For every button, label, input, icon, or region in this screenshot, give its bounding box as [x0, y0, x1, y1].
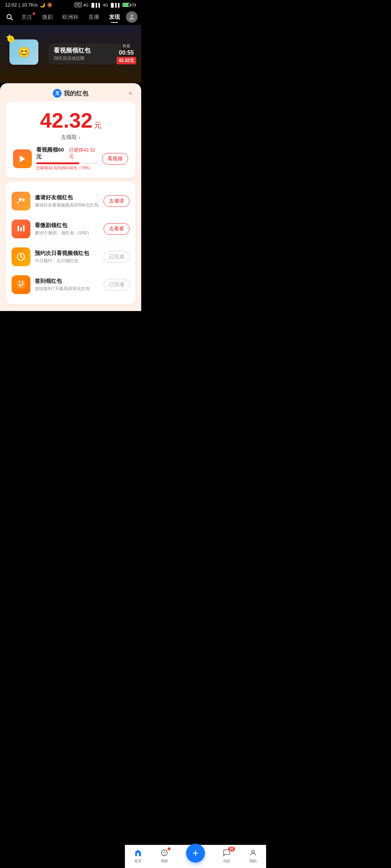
micro-drama-task-info: 看微剧领红包 看50个微剧，领红包（0/50） [35, 222, 99, 236]
mascot-face: 😊 [18, 46, 30, 58]
signal-icon-1: ▐▌▌▌ [90, 3, 101, 7]
banner-subtitle: 28天后活动过期 [54, 55, 116, 61]
invite-task-subtitle: 邀请好友看视频最高得588元红包 [35, 202, 99, 208]
close-button[interactable]: × [125, 88, 135, 98]
tab-euro-cup[interactable]: 欧洲杯 [61, 12, 80, 22]
banner: ⭐ 😊 ¥ 看视频领红包 28天后活动过期 再看 00:55 42.32元 [0, 25, 141, 83]
alipay-icon: 支 [53, 89, 62, 98]
tab-discover[interactable]: 发现 [108, 12, 121, 22]
video-task-earned: 已获得42.32元 [69, 147, 98, 160]
banner-title: 看视频领红包 [54, 46, 116, 55]
banner-amount-badge: 42.32元 [117, 57, 136, 64]
micro-drama-task-title: 看微剧领红包 [35, 222, 99, 229]
reserve-task-subtitle: 今日预约，次日领红包 [35, 258, 99, 264]
reserve-done-button: 已完成 [104, 251, 130, 263]
network-4g-1: 4G [83, 3, 89, 7]
svg-point-2 [130, 14, 133, 17]
reserve-task-info: 预约次日看视频领红包 今日预约，次日领红包 [35, 250, 99, 264]
amount-number: 42.32 [40, 110, 92, 131]
watch-drama-button[interactable]: 去看看 [104, 223, 130, 235]
main-amount-card: 42.32 元 去领取 › 看视频领60元 已获得42. [6, 101, 135, 178]
time: 12:02 [5, 2, 17, 8]
modal-title-area: 支 我的红包 [53, 89, 88, 98]
modal-header: 支 我的红包 × [0, 83, 141, 101]
banner-timer: 00:55 [119, 50, 134, 56]
tab-follow[interactable]: 关注 [20, 12, 34, 22]
checkin-done-button: 已完成 [104, 279, 130, 290]
video-progress-text: 已获得42.32元/60.00元（70%） [36, 165, 98, 171]
invite-task-row: 邀请好友领红包 邀请好友看视频最高得588元红包 去邀请 [12, 187, 130, 215]
watch-video-button[interactable]: 看视频 [102, 153, 128, 165]
nav-tabs: 关注 微剧 欧洲杯 直播 发现 [15, 12, 126, 22]
modal-overlay: 支 我的红包 × 42.32 元 去领取 › [0, 83, 141, 311]
video-progress-bar-wrap [36, 162, 98, 164]
network-speed-value: 10.7K/s [22, 2, 38, 8]
invite-task-title: 邀请好友领红包 [35, 194, 99, 201]
micro-drama-task-icon [12, 220, 30, 238]
status-left: 12:02 | 10.7K/s 🌙 🔕 [5, 2, 52, 8]
checkin-task-title: 签到领红包 [35, 278, 99, 285]
video-task-icon [13, 149, 32, 168]
navigation-bar: 关注 微剧 欧洲杯 直播 发现 [0, 9, 141, 25]
main-task-row: 看视频领60元 已获得42.32元 已获得42.32元/60.00元（70%） … [13, 146, 128, 171]
moon-icon: 🌙 [39, 2, 45, 8]
battery-percent: 79 [132, 3, 136, 7]
modal-title: 我的红包 [64, 89, 88, 98]
invite-task-icon [12, 192, 30, 210]
micro-drama-task-subtitle: 看50个微剧，领红包（0/50） [35, 230, 99, 236]
svg-rect-9 [23, 225, 24, 231]
svg-marker-3 [20, 155, 25, 162]
claim-link[interactable]: 去领取 › [13, 134, 128, 141]
svg-rect-7 [17, 226, 19, 231]
user-avatar[interactable] [126, 11, 138, 23]
checkin-task-row: 签到领红包 连续签到7天最高得30元红包 已完成 [12, 271, 130, 298]
mascot-box: 😊 [9, 39, 38, 65]
search-button[interactable] [4, 11, 15, 23]
tab-micro-drama[interactable]: 微剧 [41, 12, 54, 22]
banner-right: 再看 00:55 42.32元 [117, 43, 136, 64]
banner-bubble: 看视频领红包 28天后活动过期 [49, 43, 121, 64]
micro-drama-task-row: 看微剧领红包 看50个微剧，领红包（0/50） 去看看 [12, 215, 130, 243]
tab-live[interactable]: 直播 [87, 12, 101, 22]
video-task-title: 看视频领60元 已获得42.32元 [36, 146, 98, 160]
svg-rect-8 [20, 227, 22, 231]
reserve-task-row: 预约次日看视频领红包 今日预约，次日领红包 已完成 [12, 243, 130, 271]
hd-badge: HD [75, 3, 82, 7]
banner-mascot: ⭐ 😊 ¥ [6, 34, 46, 74]
claim-arrow-icon: › [79, 135, 80, 140]
video-progress-bar [36, 162, 79, 164]
battery [122, 3, 130, 7]
invite-task-info: 邀请好友领红包 邀请好友看视频最高得588元红包 [35, 194, 99, 208]
reserve-task-title: 预约次日看视频领红包 [35, 250, 99, 257]
follow-badge [33, 12, 35, 15]
network-4g-2: 4G [103, 3, 108, 7]
mute-icon: 🔕 [47, 3, 52, 8]
task-list-card: 邀请好友领红包 邀请好友看视频最高得588元红包 去邀请 看微剧领红包 看50个… [6, 182, 135, 304]
invite-button[interactable]: 去邀请 [104, 195, 130, 207]
checkin-task-info: 签到领红包 连续签到7天最高得30元红包 [35, 278, 99, 292]
video-task-info: 看视频领60元 已获得42.32元 已获得42.32元/60.00元（70%） [36, 146, 98, 171]
amount-display: 42.32 元 [13, 110, 128, 131]
checkin-task-subtitle: 连续签到7天最高得30元红包 [35, 286, 99, 292]
rewatch-label: 再看 [122, 43, 130, 49]
checkin-task-icon [12, 275, 30, 294]
signal-icon-2: ▐▌▌▌ [110, 3, 121, 7]
reserve-task-icon [12, 247, 30, 266]
coin-icon: ¥ [8, 36, 14, 42]
svg-point-4 [19, 198, 22, 201]
network-speed: | [19, 2, 20, 8]
status-right: HD 4G ▐▌▌▌ 4G ▐▌▌▌ 79 [75, 3, 136, 7]
svg-line-1 [11, 18, 13, 20]
status-bar: 12:02 | 10.7K/s 🌙 🔕 HD 4G ▐▌▌▌ 4G ▐▌▌▌ 7… [0, 0, 141, 9]
amount-unit: 元 [94, 120, 101, 130]
